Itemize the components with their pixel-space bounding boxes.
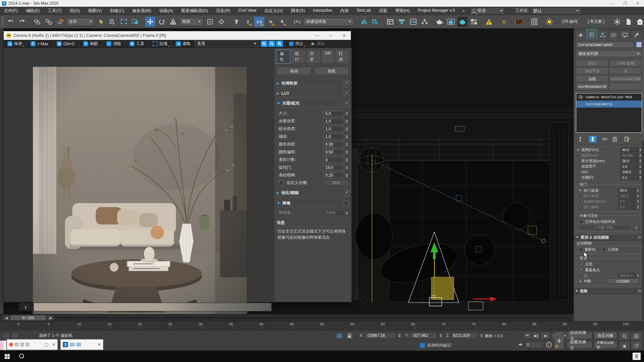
- radio-button[interactable]: [578, 189, 582, 192]
- spinner-icon[interactable]: [638, 147, 642, 152]
- custom-aperture-checkbox[interactable]: [279, 180, 284, 185]
- menu-item[interactable]: 帮助(H): [391, 8, 414, 14]
- menu-item[interactable]: 文件(F): [0, 8, 22, 14]
- snap-2d-icon[interactable]: 2: [243, 17, 253, 27]
- menu-item[interactable]: 渲影: [375, 8, 391, 14]
- include-exclude-checkbox[interactable]: [579, 220, 583, 224]
- param-row[interactable]: 焦距[mm]: 49.455: [574, 153, 644, 159]
- param-value-field[interactable]: 5.0: [323, 111, 344, 117]
- time-slider-track[interactable]: [58, 317, 570, 318]
- taskbar-search-icon[interactable]: [19, 354, 24, 359]
- y-coord-field[interactable]: -327.962: [410, 332, 437, 339]
- param-row[interactable]: 缩放因子: 1.0: [574, 164, 644, 170]
- object-name-field[interactable]: CoronaCamera002: [576, 41, 634, 48]
- tab-modify[interactable]: [586, 29, 597, 39]
- param-row[interactable]: 眩光强度: 1.0: [274, 125, 352, 133]
- param-value-field[interactable]: 40.0: [621, 147, 638, 152]
- dof-motionblur-rollout[interactable]: 景深 & 运动模糊: [574, 234, 644, 241]
- dof-value-radio[interactable]: [578, 274, 582, 278]
- light-tool-icon[interactable]: [544, 17, 554, 27]
- rendered-frame-window-icon[interactable]: [446, 17, 456, 27]
- mb-camera-checkbox[interactable]: [579, 248, 583, 252]
- spinner-icon[interactable]: [344, 134, 349, 140]
- set-key-mode-button[interactable]: 设置关键点: [567, 341, 592, 349]
- tone-mapping-checkbox[interactable]: [344, 81, 349, 86]
- region-crossing-icon[interactable]: [130, 17, 140, 27]
- select-move-icon[interactable]: [145, 17, 155, 27]
- select-by-name-icon[interactable]: [107, 17, 117, 27]
- menu-item[interactable]: 动画(A): [155, 8, 177, 14]
- dof-value-field[interactable]: 15215.4: [618, 273, 636, 278]
- toggle-ribbon-icon[interactable]: [397, 17, 407, 27]
- ref-coord-dropdown[interactable]: 视图: [179, 18, 204, 26]
- make-unique-icon[interactable]: [601, 136, 609, 142]
- vfb-stop-button[interactable]: 停止: [287, 40, 306, 47]
- modifier-button[interactable]: 法线: [576, 75, 608, 82]
- windows-start-icon[interactable]: [5, 354, 10, 359]
- spinner-icon[interactable]: [636, 194, 640, 198]
- shutter-row[interactable]: 模糊持续时间 0.5: [576, 199, 642, 204]
- maximize-icon[interactable]: □: [324, 31, 337, 40]
- command-panel-scrollbar[interactable]: [642, 39, 644, 321]
- close-icon[interactable]: ✕: [52, 342, 55, 347]
- modifier-button[interactable]: oorGenerator(地板: [609, 75, 642, 82]
- zoom-extents-icon[interactable]: [631, 331, 642, 341]
- spinner-icon[interactable]: [344, 141, 349, 147]
- prev-key-icon[interactable]: ◀❙: [532, 332, 540, 339]
- dof-object-radio[interactable]: [578, 279, 582, 283]
- menu-item[interactable]: Interactive: [309, 8, 336, 14]
- login-dropdown[interactable]: 登录: [470, 7, 505, 14]
- vfb-tab[interactable]: 历史: [306, 50, 321, 64]
- spinner-icon[interactable]: [344, 126, 349, 132]
- track-bar-strip[interactable]: [34, 303, 272, 311]
- tone-mapping-section[interactable]: 色调映射: [277, 80, 349, 87]
- prev-frame-arrow[interactable]: ◀: [3, 315, 10, 321]
- param-value-field[interactable]: 15.0: [323, 165, 344, 171]
- maximize-icon[interactable]: ❐: [619, 0, 631, 7]
- vfb-render-button[interactable]: 渲染: [309, 40, 327, 47]
- vfb-region-button[interactable]: 区域: [150, 40, 170, 47]
- floating-script-window[interactable]: 3 ✕: [60, 339, 103, 350]
- param-row[interactable]: 条纹计数: 3: [274, 156, 352, 164]
- zoom-in-icon[interactable]: [261, 41, 268, 47]
- show-end-result-icon[interactable]: [589, 136, 596, 142]
- time-slider-handle[interactable]: 0 / 100: [10, 315, 46, 321]
- menu-item[interactable]: 视图(V): [84, 8, 106, 14]
- tab-motion[interactable]: [608, 31, 619, 39]
- visibility-eye-icon[interactable]: [578, 96, 583, 99]
- add-exclude-button[interactable]: +: [634, 225, 639, 230]
- spinner-icon[interactable]: [344, 118, 349, 124]
- menu-item[interactable]: 内容: [336, 8, 353, 14]
- menu-item[interactable]: 自定义(U): [260, 8, 287, 14]
- select-scale-icon[interactable]: [168, 17, 178, 27]
- radio-button[interactable]: [576, 154, 580, 157]
- spinner-icon[interactable]: [344, 111, 349, 117]
- param-value-field[interactable]: 0.2: [621, 175, 638, 180]
- snap-toggle-icon[interactable]: 2.5: [254, 17, 264, 27]
- vfb-tab[interactable]: 统计: [291, 50, 306, 64]
- mini-curve-editor-button[interactable]: y: [18, 303, 33, 311]
- param-row[interactable]: 光晕强度: 1.0: [274, 117, 352, 125]
- param-row[interactable]: 颜色偏移: 0.50: [274, 148, 352, 156]
- menu-item[interactable]: 组(G): [66, 8, 84, 14]
- vfb-canvas[interactable]: [4, 48, 274, 302]
- select-object-icon[interactable]: [96, 17, 106, 27]
- vfb-tab[interactable]: 属性: [276, 50, 290, 64]
- snowflake-tool-icon[interactable]: [612, 17, 622, 27]
- ime-tray-icon[interactable]: 英: [633, 353, 641, 360]
- dof-object-button[interactable]: CC6365: [606, 279, 640, 284]
- menu-item[interactable]: 工具(T): [44, 8, 66, 14]
- shutter-value-field[interactable]: 0.5: [618, 199, 636, 204]
- modifier-button[interactable]: 涡轮平滑: [576, 68, 608, 74]
- zoom-reset-icon[interactable]: [276, 41, 283, 47]
- spinner-icon[interactable]: [480, 333, 484, 338]
- snap-spinner-icon[interactable]: ⇅: [277, 17, 287, 27]
- vfb-to-max-button[interactable]: C> Max: [28, 40, 51, 47]
- spinner-icon[interactable]: [636, 188, 640, 193]
- spinner-icon[interactable]: [636, 205, 640, 209]
- close-icon[interactable]: ✕: [98, 342, 101, 347]
- tab-display[interactable]: [620, 31, 630, 39]
- close-icon[interactable]: ✕: [337, 31, 351, 40]
- page-tool-icon[interactable]: [624, 17, 634, 27]
- menu-item[interactable]: 图形编辑器(D): [177, 8, 212, 14]
